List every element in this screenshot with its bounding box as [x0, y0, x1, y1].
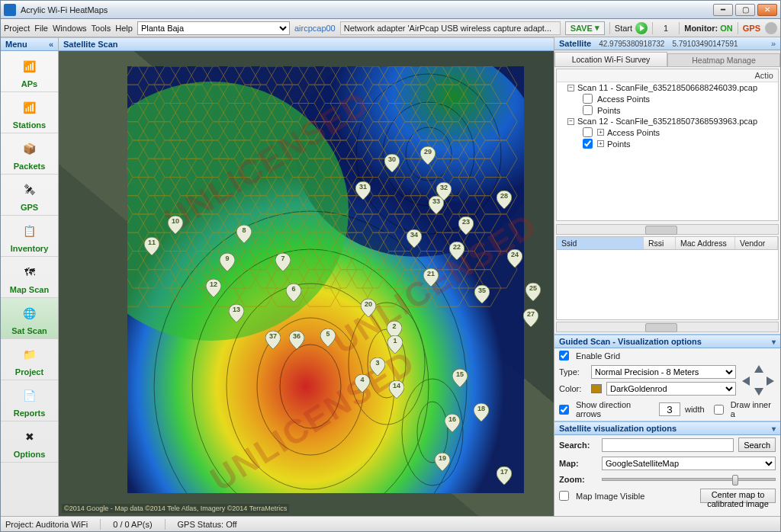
grid-type-select[interactable]: Normal Precision - 8 Meters — [591, 365, 736, 379]
zoom-slider[interactable] — [602, 478, 776, 481]
checkbox[interactable] — [583, 139, 593, 149]
checkbox[interactable] — [583, 105, 593, 115]
map-pin-22[interactable]: 22 — [449, 242, 464, 260]
map-pin-23[interactable]: 23 — [458, 216, 474, 235]
save-button[interactable]: SAVE ▾ — [565, 21, 605, 35]
map-pin-20[interactable]: 20 — [361, 299, 376, 317]
arrow-down-icon[interactable] — [754, 388, 763, 396]
map-pin-24[interactable]: 24 — [507, 249, 522, 268]
arrows-width-input[interactable] — [659, 402, 680, 416]
start-button[interactable]: Start — [615, 22, 648, 34]
map-pin-13[interactable]: 13 — [229, 304, 244, 322]
map-pin-5[interactable]: 5 — [320, 328, 336, 347]
center-map-button[interactable]: Center map to calibrated image — [700, 489, 776, 503]
expand-icon[interactable]: + — [597, 129, 604, 136]
map-pin-18[interactable]: 18 — [474, 403, 489, 421]
scrollbar[interactable] — [556, 322, 779, 332]
show-arrows-checkbox[interactable] — [559, 405, 569, 415]
sidebar-item-stations[interactable]: 📶Stations — [1, 92, 58, 133]
grid-color-select[interactable]: DarkGoldenrod — [606, 382, 736, 396]
scan-tree[interactable]: Actio −Scan 11 - ScanFile_63521850668824… — [556, 69, 779, 221]
map-pin-31[interactable]: 31 — [355, 181, 371, 200]
map-pin-17[interactable]: 17 — [497, 466, 512, 485]
sidebar-item-packets[interactable]: 📦Packets — [1, 133, 58, 175]
menu-file[interactable]: File — [34, 24, 48, 33]
checkbox[interactable] — [583, 127, 593, 137]
map-pin-8[interactable]: 8 — [236, 225, 252, 243]
sidebar-item-gps[interactable]: 🛰GPS — [1, 175, 58, 216]
collapse-icon[interactable]: ▾ — [772, 338, 776, 346]
map-pin-21[interactable]: 21 — [423, 268, 439, 287]
map-pin-37[interactable]: 37 — [265, 331, 281, 349]
map-pin-32[interactable]: 32 — [436, 182, 452, 200]
map-pin-25[interactable]: 25 — [525, 283, 541, 301]
map-pin-35[interactable]: 35 — [474, 285, 490, 303]
tree-node-scan12[interactable]: −Scan 12 - ScanFile_635218507368593963.p… — [557, 116, 778, 127]
tree-node-ap[interactable]: Access Points — [557, 93, 778, 104]
sidebar-item-sat-scan[interactable]: 🌐Sat Scan — [1, 298, 58, 339]
map-pin-19[interactable]: 19 — [435, 453, 450, 471]
map-pin-14[interactable]: 14 — [389, 380, 404, 399]
sidebar-item-inventory[interactable]: 📋Inventory — [1, 216, 58, 257]
map-pin-28[interactable]: 28 — [497, 191, 512, 209]
arrow-right-icon[interactable] — [767, 377, 774, 386]
sidebar-item-project[interactable]: 📁Project — [1, 339, 58, 380]
tree-node-ap[interactable]: +Access Points — [557, 127, 778, 138]
map-pin-29[interactable]: 29 — [420, 146, 435, 165]
monitor-status[interactable]: Monitor: ON — [684, 24, 733, 33]
tree-node-points[interactable]: +Points — [557, 138, 778, 149]
menu-windows[interactable]: Windows — [53, 24, 87, 33]
col-mac[interactable]: Mac Address — [676, 237, 735, 249]
map-pin-1[interactable]: 1 — [387, 335, 403, 354]
map-view[interactable]: UNLICENSED UNLICENSED UNLICENSED 1011897… — [59, 51, 554, 516]
map-pin-27[interactable]: 27 — [523, 309, 538, 327]
minimize-button[interactable]: ━ — [713, 4, 733, 16]
chevron-right-icon[interactable]: » — [771, 39, 776, 48]
collapse-icon[interactable]: − — [567, 85, 574, 91]
chevron-left-icon[interactable]: « — [49, 40, 53, 49]
close-button[interactable]: ✕ — [757, 4, 777, 16]
search-button[interactable]: Search — [738, 437, 776, 452]
maximize-button[interactable]: ▢ — [735, 4, 755, 16]
collapse-icon[interactable]: − — [567, 118, 574, 125]
arrow-up-icon[interactable] — [754, 365, 763, 373]
map-pin-15[interactable]: 15 — [452, 369, 468, 387]
gps-toggle[interactable]: GPS — [743, 24, 760, 33]
sidebar-item-map-scan[interactable]: 🗺Map Scan — [1, 257, 58, 298]
sidebar-item-options[interactable]: ✖Options — [1, 421, 58, 463]
map-pin-16[interactable]: 16 — [445, 414, 460, 432]
map-pin-6[interactable]: 6 — [286, 284, 301, 302]
menu-tools[interactable]: Tools — [92, 24, 111, 33]
map-pin-34[interactable]: 34 — [407, 229, 422, 248]
col-ssid[interactable]: Ssid — [557, 237, 644, 249]
map-provider-select[interactable]: GoogleSatelliteMap — [602, 457, 776, 470]
sidebar-item-reports[interactable]: 📄Reports — [1, 380, 58, 421]
draw-inner-checkbox[interactable] — [714, 405, 724, 415]
map-pin-10[interactable]: 10 — [168, 216, 183, 234]
tab-survey[interactable]: Location Wi-Fi Survey — [554, 52, 667, 66]
expand-icon[interactable]: + — [597, 140, 604, 147]
map-pin-7[interactable]: 7 — [275, 253, 291, 271]
slider-thumb[interactable] — [732, 475, 738, 486]
map-pin-12[interactable]: 12 — [206, 279, 221, 297]
checkbox[interactable] — [583, 94, 593, 104]
tree-node-scan11[interactable]: −Scan 11 - ScanFile_635218506688246039.p… — [557, 82, 778, 93]
map-pin-11[interactable]: 11 — [144, 237, 159, 255]
map-pin-4[interactable]: 4 — [355, 374, 370, 393]
menu-help[interactable]: Help — [115, 24, 133, 33]
arrow-left-icon[interactable] — [742, 377, 750, 386]
map-pin-30[interactable]: 30 — [384, 154, 400, 172]
map-pin-3[interactable]: 3 — [370, 357, 385, 376]
tree-node-points[interactable]: Points — [557, 104, 778, 116]
settings-icon[interactable] — [765, 22, 777, 34]
tab-heatmap-manage[interactable]: Heatmap Manage — [667, 53, 780, 66]
map-pin-9[interactable]: 9 — [220, 253, 235, 271]
map-visible-checkbox[interactable] — [559, 491, 569, 501]
scrollbar[interactable] — [556, 224, 779, 235]
ap-list-body[interactable] — [556, 250, 779, 320]
sidebar-item-aps[interactable]: 📶APs — [1, 51, 58, 92]
interface-label[interactable]: aircpcap00 — [294, 24, 336, 33]
map-pin-36[interactable]: 36 — [289, 331, 304, 349]
collapse-icon[interactable]: ▾ — [772, 425, 776, 433]
menu-project[interactable]: Project — [4, 24, 30, 33]
